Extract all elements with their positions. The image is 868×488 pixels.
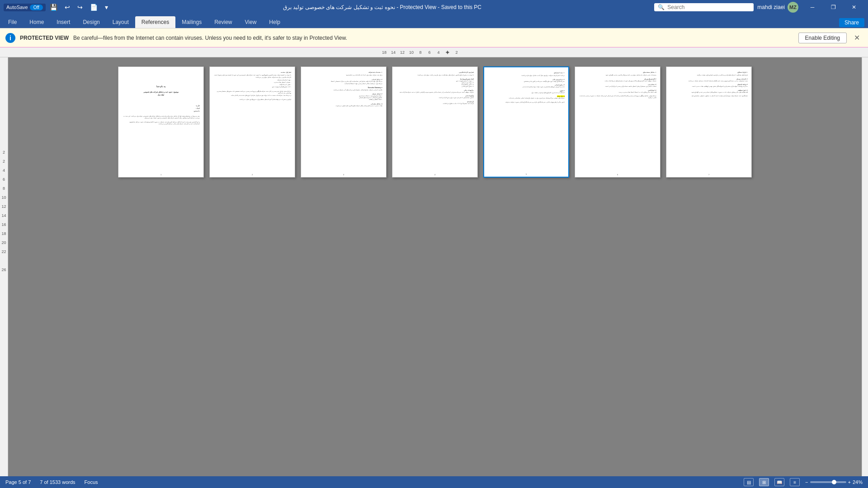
page-5-num: 5 xyxy=(526,173,527,175)
ruler-8: 8 xyxy=(416,50,425,55)
page-7-num: 7 xyxy=(708,174,709,176)
customize-icon[interactable]: ▾ xyxy=(103,3,110,12)
ribbon: File Home Insert Design Layout Reference… xyxy=(0,14,868,28)
tab-layout[interactable]: Layout xyxy=(106,16,135,28)
autosave-label: AutoSave xyxy=(6,5,28,10)
pages-container: به نام خدا موضوع : نحوه ثبت و تشکیل شرکت… xyxy=(118,66,752,178)
banner-close-icon[interactable]: ✕ xyxy=(851,33,863,43)
page-2-num: 2 xyxy=(252,174,253,176)
protected-view-banner: i PROTECTED VIEW Be careful—files from t… xyxy=(0,28,868,47)
tab-file[interactable]: File xyxy=(2,16,23,28)
ruler: 18 14 12 10 8 6 4 ✦ 2 xyxy=(0,47,868,57)
tab-home[interactable]: Home xyxy=(23,16,50,28)
title-bar: AutoSave Off 💾 ↩ ↪ 📄 ▾ نحوه ثبت و تشکیل … xyxy=(0,0,868,14)
share-button[interactable]: Share xyxy=(839,18,864,27)
title-bar-left: AutoSave Off 💾 ↩ ↪ 📄 ▾ xyxy=(4,3,110,12)
user-name: mahdi ziaei xyxy=(757,4,785,10)
zoom-track[interactable] xyxy=(810,481,846,483)
focus-button[interactable]: Focus xyxy=(85,479,98,485)
page-1: به نام خدا موضوع : نحوه ثبت و تشکیل شرکت… xyxy=(118,66,204,178)
vruler-2: 2 xyxy=(3,148,5,157)
page-6: ۱. ساختار مستندسازی مستندات ثبتی شرکت با… xyxy=(575,66,660,178)
redo-icon[interactable]: ↪ xyxy=(75,3,85,12)
minimize-button[interactable]: ─ xyxy=(802,0,823,14)
vruler-16: 16 xyxy=(1,220,6,229)
close-button[interactable]: ✕ xyxy=(844,0,864,14)
restore-button[interactable]: ❐ xyxy=(823,0,844,14)
autosave-state[interactable]: Off xyxy=(30,5,43,10)
zoom-level: 24% xyxy=(853,479,863,485)
zoom-out-icon[interactable]: − xyxy=(805,479,808,485)
tab-references[interactable]: References xyxy=(135,16,175,28)
page-6-num: 6 xyxy=(617,174,618,176)
vertical-scrollbar[interactable] xyxy=(862,57,868,476)
vruler-26: 26 xyxy=(1,265,6,274)
page-5-content: ۱. سند استراتژی برنامه استراتژیک شرکت بر… xyxy=(488,72,565,172)
search-box[interactable]: 🔍 xyxy=(654,3,754,11)
autosave-toggle[interactable]: AutoSave Off xyxy=(4,4,46,11)
title-bar-right: 🔍 mahdi ziaei MZ ─ ❐ ✕ xyxy=(654,0,864,14)
zoom-thumb[interactable] xyxy=(832,480,836,484)
tab-design[interactable]: Design xyxy=(76,16,106,28)
page-1-title1: به نام خدا xyxy=(122,85,200,88)
tab-mailings[interactable]: Mailings xyxy=(175,16,208,28)
tab-view[interactable]: View xyxy=(239,16,263,28)
ruler-18: 18 xyxy=(380,50,389,55)
page-3-num: 3 xyxy=(343,174,344,176)
print-view-button[interactable]: ▤ xyxy=(744,478,754,486)
outline-view-button[interactable]: ≡ xyxy=(790,478,800,486)
page-3: ۱. مقدمات ثبت شرکت برای ثبت شرکت تولید ب… xyxy=(301,66,387,178)
page-4-num: 4 xyxy=(434,174,435,176)
user-info: mahdi ziaei MZ xyxy=(757,2,798,13)
zoom-slider[interactable]: − + 24% xyxy=(805,479,863,485)
page-2-content: فصل اول: مقدمه با توجه به اهمیت تولید بر… xyxy=(213,71,291,173)
ruler-10: 10 xyxy=(407,50,416,55)
tab-insert[interactable]: Insert xyxy=(50,16,76,28)
web-view-button[interactable]: ⊞ xyxy=(759,478,769,486)
page-info: Page 5 of 7 xyxy=(5,479,31,485)
page-1-num: 1 xyxy=(160,174,161,176)
search-input[interactable] xyxy=(667,4,749,10)
document-area[interactable]: به نام خدا موضوع : نحوه ثبت و تشکیل شرکت… xyxy=(8,57,862,476)
word-count: 7 of 1533 words xyxy=(40,479,75,485)
ruler-6: 6 xyxy=(425,50,434,55)
page-6-content: ۱. ساختار مستندسازی مستندات ثبتی شرکت با… xyxy=(579,71,656,173)
avatar[interactable]: MZ xyxy=(788,2,798,13)
tab-bar: File Home Insert Design Layout Reference… xyxy=(0,14,868,28)
vruler-6: 6 xyxy=(3,175,5,184)
ruler-4: 4 xyxy=(434,50,443,55)
protected-icon: i xyxy=(5,33,15,43)
protected-message: Be careful—files from the Internet can c… xyxy=(73,35,794,41)
vertical-ruler: 2 2 4 6 8 10 12 14 16 18 20 22 26 xyxy=(0,57,8,476)
page-5: ۱. سند استراتژی برنامه استراتژیک شرکت بر… xyxy=(483,66,569,178)
enable-editing-button[interactable]: Enable Editing xyxy=(798,33,847,43)
quick-access-toolbar: 💾 ↩ ↪ 📄 ▾ xyxy=(47,3,110,12)
page-1-title3: تولید برق xyxy=(122,94,200,96)
status-bar: Page 5 of 7 7 of 1533 words Focus ▤ ⊞ 📖 … xyxy=(0,476,868,488)
new-doc-icon[interactable]: 📄 xyxy=(88,3,100,12)
read-view-button[interactable]: 📖 xyxy=(774,478,784,486)
zoom-in-icon[interactable]: + xyxy=(848,479,851,485)
window-controls: ─ ❐ ✕ xyxy=(802,0,864,14)
search-icon: 🔍 xyxy=(658,4,665,10)
save-icon[interactable]: 💾 xyxy=(47,3,60,12)
ruler-12: 12 xyxy=(398,50,407,55)
tab-review[interactable]: Review xyxy=(208,16,238,28)
vruler-12: 12 xyxy=(1,202,6,211)
vruler-10: 10 xyxy=(1,193,6,202)
ruler-2: 2 xyxy=(452,50,461,55)
page-1-content: به نام خدا موضوع : نحوه ثبت و تشکیل شرکت… xyxy=(122,71,200,173)
vruler-8: 8 xyxy=(3,184,5,193)
document-title: نحوه ثبت و تشکیل شرکت های خصوصی تولید بر… xyxy=(110,4,654,10)
vruler-18: 18 xyxy=(1,229,6,238)
status-left: Page 5 of 7 7 of 1533 words Focus xyxy=(5,479,98,485)
tab-help[interactable]: Help xyxy=(263,16,287,28)
info-icon: i xyxy=(9,34,11,42)
vruler-2b: 2 xyxy=(3,157,5,166)
status-right: ▤ ⊞ 📖 ≡ − + 24% xyxy=(744,478,863,486)
undo-icon[interactable]: ↩ xyxy=(62,3,72,12)
ruler-14: 14 xyxy=(389,50,398,55)
ruler-cursor: ✦ xyxy=(443,49,452,56)
page-7: ۱. قرارداد همکاری قراردادهای همکاری با ش… xyxy=(666,66,752,178)
vruler-20: 20 xyxy=(1,238,6,247)
